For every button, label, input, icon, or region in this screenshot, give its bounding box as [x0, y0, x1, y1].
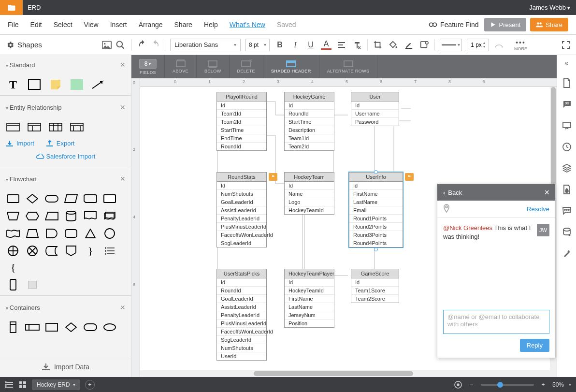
undo-button[interactable]	[138, 40, 146, 50]
fullscreen-icon[interactable]	[562, 41, 570, 49]
cont-5[interactable]	[83, 321, 98, 333]
shaded-header-button[interactable]: SHADED HEADER	[263, 55, 319, 78]
underline-button[interactable]: U	[305, 40, 316, 50]
fc-docs[interactable]	[102, 210, 117, 222]
block-shape[interactable]	[70, 79, 84, 90]
import-data-button[interactable]: Import Data	[0, 356, 131, 377]
italic-button[interactable]: I	[290, 40, 301, 50]
list-view-icon[interactable]	[5, 380, 14, 389]
fc-tri[interactable]	[83, 228, 98, 239]
fc-io[interactable]	[44, 210, 59, 222]
grid-view-icon[interactable]	[18, 380, 27, 389]
table-roundstats[interactable]: RoundStats Id NumShutouts GoalLeaderId A…	[216, 172, 267, 247]
fc-brace2[interactable]: {	[6, 261, 20, 273]
zoom-in-button[interactable]: +	[539, 380, 547, 389]
salesforce-import-link[interactable]: Salesforce Import	[0, 151, 131, 165]
share-button[interactable]: Share	[530, 18, 568, 31]
fc-diamond[interactable]	[25, 193, 40, 204]
table-userinfo[interactable]: UserInfo Id FirstName LastName Email Rou…	[349, 172, 403, 247]
layers-icon[interactable]	[562, 163, 572, 173]
menu-insert[interactable]: Insert	[110, 21, 127, 29]
section-standard-header[interactable]: Standard ×	[6, 60, 125, 70]
fields-count[interactable]: 8 ▸ FIELDS	[131, 55, 165, 78]
history-icon[interactable]	[562, 142, 572, 152]
search-icon[interactable]	[115, 40, 126, 50]
section-flowchart-header[interactable]: Flowchart ×	[6, 174, 125, 184]
fc-doc[interactable]	[83, 210, 98, 222]
fc-sum[interactable]	[6, 245, 20, 257]
note-shape[interactable]	[48, 79, 63, 90]
text-shape[interactable]: T	[6, 79, 20, 90]
shape-options-icon[interactable]	[419, 40, 430, 50]
stroke-color-icon[interactable]	[403, 40, 414, 50]
crop-icon[interactable]	[373, 40, 383, 50]
folder-icon[interactable]	[0, 0, 23, 15]
close-icon[interactable]: ×	[120, 303, 125, 313]
fc-rect2[interactable]	[25, 279, 40, 290]
present-icon[interactable]	[562, 121, 572, 131]
cont-4[interactable]	[64, 321, 78, 333]
zoom-out-button[interactable]: −	[467, 380, 476, 389]
er-shape-3[interactable]	[48, 121, 63, 133]
align-button[interactable]	[336, 40, 347, 50]
pin-icon[interactable]	[443, 204, 450, 215]
insert-above-button[interactable]: ABOVE	[165, 55, 197, 78]
text-color-button[interactable]: A	[321, 40, 331, 50]
table-userstatspicks[interactable]: UserStatsPicks Id RoundId GoalLeaderId A…	[216, 269, 267, 361]
delete-row-button[interactable]: DELETE	[230, 55, 263, 78]
menu-select[interactable]: Select	[54, 21, 72, 29]
comment-marker[interactable]: ❝	[269, 173, 277, 181]
fc-display[interactable]	[83, 193, 98, 204]
comment-close-button[interactable]: ×	[544, 188, 549, 198]
rect-shape[interactable]	[27, 79, 42, 90]
fc-db[interactable]	[64, 210, 78, 222]
fc-hex[interactable]	[25, 210, 40, 222]
fc-manual[interactable]	[6, 210, 20, 222]
collapse-right-dock[interactable]: «	[565, 59, 569, 67]
cont-1[interactable]	[6, 321, 20, 333]
fc-halfcircle[interactable]	[44, 228, 59, 239]
er-shape-2[interactable]	[27, 121, 42, 133]
menu-share[interactable]: Share	[174, 21, 192, 29]
page-icon[interactable]	[562, 78, 572, 88]
menu-arrange[interactable]: Arrange	[139, 21, 163, 29]
table-hockeyteam[interactable]: HockeyTeam Id Name Logo HockeyTeamId	[284, 172, 334, 215]
add-page-button[interactable]: +	[85, 380, 95, 390]
fc-roundrect[interactable]	[64, 228, 78, 239]
more-button[interactable]: ••• MORE	[514, 39, 527, 51]
section-containers-header[interactable]: Containers ×	[6, 303, 125, 313]
zoom-target-icon[interactable]	[454, 380, 462, 389]
document-title[interactable]: ERD	[23, 4, 529, 11]
fill-icon[interactable]	[388, 40, 399, 50]
menu-help[interactable]: Help	[204, 21, 218, 29]
user-menu[interactable]: James Webb	[529, 4, 576, 11]
menu-file[interactable]: File	[8, 21, 19, 29]
export-link[interactable]: Export	[46, 140, 75, 147]
close-icon[interactable]: ×	[120, 174, 125, 184]
chat-icon[interactable]	[562, 206, 572, 216]
fc-offpage[interactable]	[64, 245, 78, 257]
present-button[interactable]: Present	[484, 18, 526, 31]
table-user[interactable]: User Id Username Password	[351, 92, 399, 126]
fc-trap[interactable]	[25, 228, 40, 239]
fc-tape[interactable]	[6, 228, 20, 239]
magic-icon[interactable]	[562, 248, 572, 258]
comments-icon[interactable]: 99	[562, 100, 572, 109]
fc-stored[interactable]	[44, 245, 59, 257]
close-icon[interactable]: ×	[120, 102, 125, 113]
menu-view[interactable]: View	[84, 21, 99, 29]
menu-whats-new[interactable]: What's New	[230, 21, 265, 29]
data-link-icon[interactable]	[562, 227, 572, 237]
insert-below-button[interactable]: BELOW	[197, 55, 230, 78]
fc-circle[interactable]	[102, 228, 117, 239]
fc-card[interactable]	[102, 193, 117, 204]
er-shape-1[interactable]	[6, 121, 20, 133]
clear-format-button[interactable]	[352, 40, 362, 50]
cont-6[interactable]	[102, 321, 117, 333]
menu-edit[interactable]: Edit	[30, 21, 42, 29]
cont-3[interactable]	[44, 321, 59, 333]
redo-button[interactable]	[151, 40, 160, 50]
comment-marker[interactable]: ❝	[405, 173, 414, 181]
table-hockeygame[interactable]: HockeyGame Id RoundId StartTime Descript…	[284, 92, 334, 151]
horizontal-scrollbar[interactable]	[140, 370, 557, 377]
